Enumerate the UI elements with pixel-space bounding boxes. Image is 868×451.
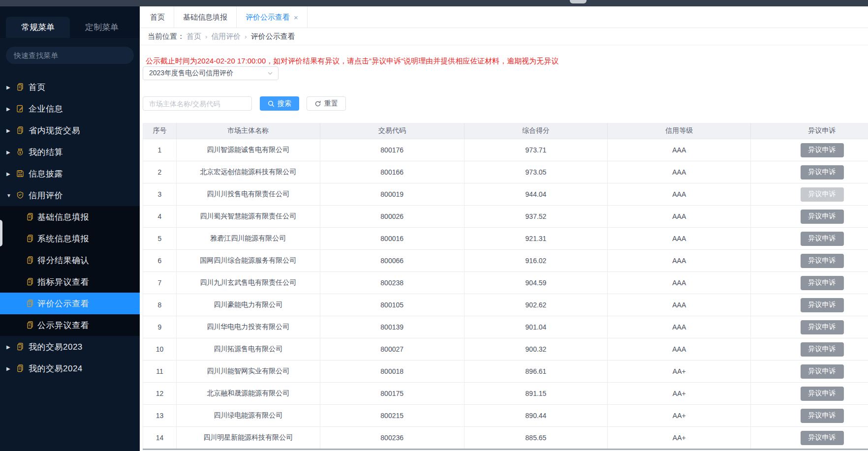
sidebar-subitem-公示异议查看[interactable]: 公示异议查看 (0, 314, 140, 336)
reset-button[interactable]: 重置 (307, 96, 346, 111)
cell-appeal: 异议申诉 (751, 250, 868, 272)
sidebar-subitem-得分结果确认[interactable]: 得分结果确认 (0, 249, 140, 271)
cell-trade-code: 800027 (320, 338, 465, 361)
evaluation-period-value: 2023年度售电公司信用评价 (143, 69, 267, 78)
cell-score: 890.44 (465, 405, 608, 427)
appeal-button[interactable]: 异议申诉 (801, 165, 844, 180)
appeal-button[interactable]: 异议申诉 (801, 431, 844, 445)
sidebar-resize-handle[interactable] (0, 220, 2, 246)
sidebar-tab-regular-menu[interactable]: 常规菜单 (6, 17, 70, 38)
sidebar-subitem-label: 公示异议查看 (37, 320, 89, 331)
appeal-button[interactable]: 异议申诉 (801, 409, 844, 423)
sidebar-item-label: 我的交易2024 (29, 363, 83, 374)
breadcrumb-item-首页[interactable]: 首页 (186, 32, 201, 40)
appeal-button[interactable]: 异议申诉 (801, 320, 844, 334)
table-row: 11四川川能智网实业有限公司800018896.61AA+异议申诉 (143, 361, 868, 383)
sidebar-item-我的结算[interactable]: ▶我的结算 (0, 141, 140, 163)
cell-appeal: 异议申诉 (751, 338, 868, 361)
sidebar-subitem-系统信息填报[interactable]: 系统信息填报 (0, 228, 140, 249)
cell-score: 902.62 (465, 294, 608, 316)
cell-appeal: 异议申诉 (751, 206, 868, 228)
sidebar-item-label: 我的交易2023 (29, 341, 83, 353)
docs-icon (16, 125, 26, 135)
cell-seq: 2 (143, 161, 177, 183)
sidebar-subitem-基础信息填报[interactable]: 基础信息填报 (0, 206, 140, 228)
docs-icon (16, 342, 26, 352)
evaluation-period-select[interactable]: 2023年度售电公司信用评价 (143, 66, 279, 80)
appeal-button[interactable]: 异议申诉 (801, 143, 844, 157)
appeal-button[interactable]: 异议申诉 (801, 364, 844, 379)
appeal-button[interactable]: 异议申诉 (801, 254, 844, 268)
sidebar-item-label: 信息披露 (29, 168, 63, 180)
table-row: 10四川拓源售电有限公司800027900.32AAA异议申诉 (143, 338, 868, 361)
sidebar-item-信用评价[interactable]: ▼信用评价 (0, 184, 140, 206)
breadcrumb: 当前位置： 首页›信用评价›评价公示查看 (140, 28, 868, 45)
sidebar-item-省内现货交易[interactable]: ▶省内现货交易 (0, 120, 140, 141)
sidebar-tab-custom-menu[interactable]: 定制菜单 (70, 17, 134, 38)
tab-基础信息填报[interactable]: 基础信息填报 (174, 6, 237, 28)
search-toolbar: 搜索 重置 (143, 96, 346, 111)
cell-trade-code: 800026 (320, 206, 465, 228)
cell-seq: 6 (143, 250, 177, 272)
cell-appeal: 异议申诉 (751, 272, 868, 294)
cell-credit-grade: AA+ (608, 361, 751, 383)
table-row: 12北京融和晟源能源有限公司800175891.15AA+异议申诉 (143, 383, 868, 405)
cell-seq: 12 (143, 383, 177, 405)
sidebar-item-我的交易2023[interactable]: ▶我的交易2023 (0, 336, 140, 358)
table-row: 5雅砻江四川能源有限公司800016921.31AAA异议申诉 (143, 228, 868, 250)
docs-icon (16, 82, 26, 92)
cell-appeal: 异议申诉 (751, 405, 868, 427)
appeal-button[interactable]: 异议申诉 (801, 387, 844, 401)
cell-credit-grade: AAA (608, 206, 751, 228)
search-input[interactable] (143, 96, 252, 111)
breadcrumb-item-信用评价[interactable]: 信用评价 (211, 32, 241, 40)
table-row: 6国网四川综合能源服务有限公司800066916.02AAA异议申诉 (143, 250, 868, 272)
cell-trade-code: 800236 (320, 427, 465, 449)
cell-trade-code: 800019 (320, 183, 465, 206)
table-row: 3四川川投售电有限责任公司800019944.04AAA异议申诉 (143, 183, 868, 206)
page-tabbar: 首页基础信息填报评价公示查看× (140, 6, 868, 28)
docs-icon (26, 277, 35, 287)
sidebar-item-label: 信用评价 (29, 190, 63, 201)
appeal-button[interactable]: 异议申诉 (801, 276, 844, 290)
cell-seq: 7 (143, 272, 177, 294)
sidebar-subitem-label: 系统信息填报 (37, 233, 89, 244)
sidebar-subitem-评价公示查看[interactable]: 评价公示查看 (0, 293, 140, 314)
cell-appeal: 异议申诉 (751, 361, 868, 383)
cell-credit-grade: AAA (608, 161, 751, 183)
tab-评价公示查看[interactable]: 评价公示查看× (237, 6, 308, 28)
evaluation-table: 序号市场主体名称交易代码综合得分信用等级异议申诉1四川智源能诚售电有限公司800… (143, 123, 868, 449)
cell-credit-grade: AAA (608, 316, 751, 338)
menu-quick-search[interactable] (6, 47, 134, 64)
sidebar-subitem-label: 评价公示查看 (37, 298, 89, 309)
shield-icon (16, 190, 26, 200)
arrow-right-icon: ▶ (6, 366, 12, 371)
sidebar-subitem-指标异议查看[interactable]: 指标异议查看 (0, 271, 140, 293)
appeal-button[interactable]: 异议申诉 (801, 232, 844, 246)
appeal-button[interactable]: 异议申诉 (801, 210, 844, 224)
top-bar (0, 0, 868, 6)
breadcrumb-separator: › (245, 33, 247, 40)
horizontal-scrollbar[interactable] (143, 449, 868, 450)
appeal-button[interactable]: 异议申诉 (801, 298, 844, 312)
sidebar-item-我的交易2024[interactable]: ▶我的交易2024 (0, 358, 140, 379)
sidebar-item-信息披露[interactable]: ▶信息披露 (0, 163, 140, 184)
cell-company-name: 雅砻江四川能源有限公司 (177, 228, 320, 250)
cell-score: 891.15 (465, 383, 608, 405)
cell-trade-code: 800066 (320, 250, 465, 272)
appeal-button[interactable]: 异议申诉 (801, 342, 844, 357)
sidebar-item-label: 省内现货交易 (29, 125, 80, 136)
sidebar-item-企业信息[interactable]: ▶企业信息 (0, 98, 140, 120)
menu-quick-search-input[interactable] (6, 47, 134, 64)
cell-score: 896.61 (465, 361, 608, 383)
cell-credit-grade: AAA (608, 294, 751, 316)
arrow-down-icon: ▼ (6, 193, 12, 198)
close-icon[interactable]: × (294, 14, 298, 21)
sidebar-item-首页[interactable]: ▶首页 (0, 76, 140, 98)
tab-首页[interactable]: 首页 (141, 6, 174, 28)
arrow-right-icon: ▶ (6, 171, 12, 177)
arrow-right-icon: ▶ (6, 106, 12, 112)
cell-seq: 9 (143, 316, 177, 338)
search-button[interactable]: 搜索 (260, 96, 299, 111)
column-header-序号: 序号 (143, 123, 177, 139)
